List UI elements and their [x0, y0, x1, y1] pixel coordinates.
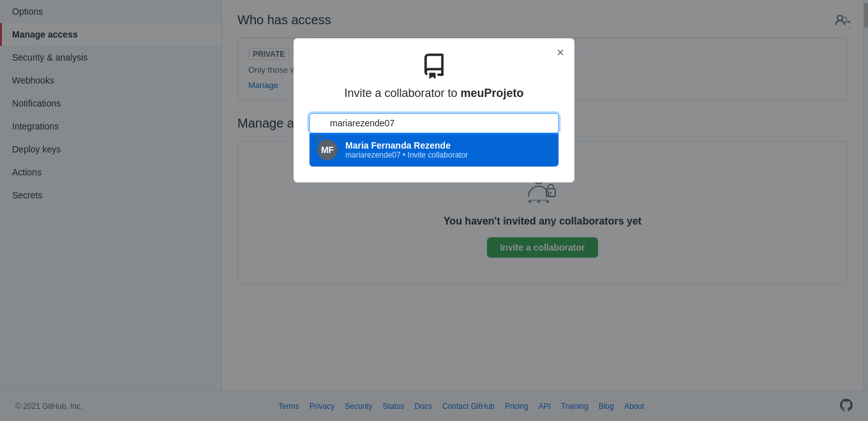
modal-repo-icon: [309, 54, 559, 79]
search-result-item[interactable]: MF Maria Fernanda Rezende mariarezende07…: [310, 133, 558, 166]
result-name: Maria Fernanda Rezende: [345, 140, 468, 151]
modal-title: Invite a collaborator to meuProjeto: [309, 87, 559, 100]
modal: × Invite a collaborator to meuProjeto: [294, 38, 574, 182]
modal-close-button[interactable]: ×: [557, 46, 564, 59]
main-content: OptionsManage accessSecurity & analysisW…: [0, 0, 868, 390]
collaborator-search-input[interactable]: [309, 113, 559, 133]
search-dropdown: MF Maria Fernanda Rezende mariarezende07…: [309, 133, 559, 167]
search-wrapper: MF Maria Fernanda Rezende mariarezende07…: [309, 113, 559, 167]
result-info: Maria Fernanda Rezende mariarezende07 • …: [345, 140, 468, 159]
result-sub: mariarezende07 • Invite collaborator: [345, 151, 468, 159]
search-icon: [315, 134, 326, 146]
modal-overlay[interactable]: × Invite a collaborator to meuProjeto: [0, 0, 868, 390]
page-wrapper: OptionsManage accessSecurity & analysisW…: [0, 0, 868, 421]
